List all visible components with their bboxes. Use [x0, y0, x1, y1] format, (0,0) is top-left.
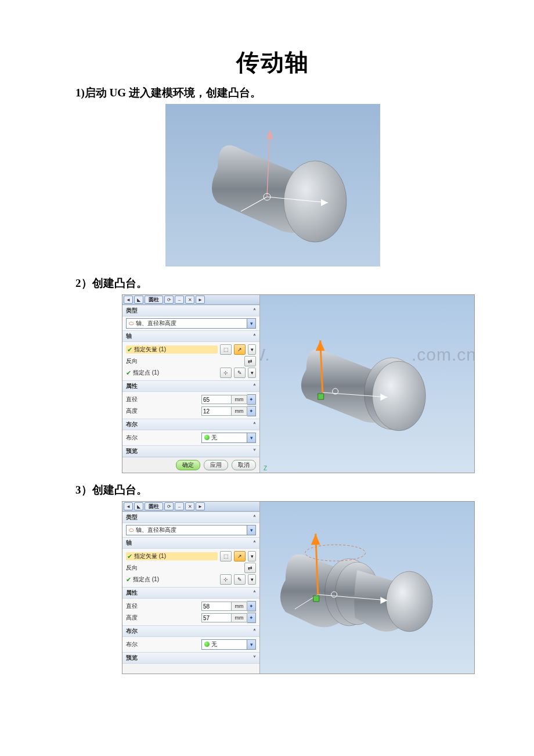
vector-infer-button[interactable]: ↗ — [234, 344, 246, 355]
figure-2: ◄ ◣ 圆柱 ⟳ – ✕ ► 类型 ˄ ⬭轴、直径和高度 ▾ 轴 ˄ — [122, 294, 475, 473]
chevron-up-icon: ˄ — [253, 422, 256, 428]
section-attr[interactable]: 属性 ˄ — [122, 380, 259, 392]
section-axis-label: 轴 — [126, 539, 132, 547]
chevron-down-icon: ˅ — [253, 448, 256, 455]
step-3-num: 3） — [75, 484, 92, 496]
section-type-label: 类型 — [126, 307, 138, 315]
cylinder-dialog: ◄ ◣ 圆柱 ⟳ – ✕ ► 类型 ˄ ⬭轴、直径和高度 ▾ 轴 ˄ — [122, 502, 260, 674]
unit-label: mm — [232, 406, 247, 416]
section-type[interactable]: 类型 ˄ — [122, 305, 259, 316]
type-combo[interactable]: ⬭轴、直径和高度 ▾ — [126, 318, 256, 329]
vector-label: 指定矢量 (1) — [134, 345, 166, 354]
cylinder-dialog: ◄ ◣ 圆柱 ⟳ – ✕ ► 类型 ˄ ⬭轴、直径和高度 ▾ 轴 ˄ — [122, 295, 260, 473]
reverse-label: 反向 — [126, 564, 242, 572]
bool-combo[interactable]: 无 ▾ — [201, 433, 256, 443]
height-input[interactable] — [201, 406, 232, 416]
point-pick-button[interactable]: ⊹ — [220, 368, 232, 378]
dialog-titlebar: ◄ ◣ 圆柱 ⟳ – ✕ ► — [122, 502, 259, 512]
dropdown-icon: ▾ — [247, 640, 255, 649]
diameter-stepper[interactable]: ✦ — [247, 394, 256, 405]
point-row: ✔指定点 (1) — [126, 369, 218, 377]
step-1-text: 启动 UG 进入建模环境，创建凸台。 — [85, 87, 261, 99]
unit-label: mm — [232, 602, 247, 611]
section-axis[interactable]: 轴 ˄ — [122, 330, 259, 342]
section-bool[interactable]: 布尔 ˄ — [122, 625, 259, 637]
svg-point-17 — [386, 571, 432, 632]
diameter-stepper[interactable]: ✦ — [247, 601, 256, 611]
svg-marker-24 — [311, 534, 320, 545]
titlebar-tool-icon[interactable]: ◣ — [134, 502, 143, 510]
height-stepper[interactable]: ✦ — [247, 406, 256, 416]
point-pick-button[interactable]: ⊹ — [220, 574, 232, 585]
unit-label: mm — [232, 395, 247, 404]
point-dropdown-button[interactable]: ▾ — [248, 574, 256, 585]
diameter-input[interactable] — [201, 395, 232, 404]
section-attr-label: 属性 — [126, 382, 138, 390]
titlebar-close-icon[interactable]: ✕ — [185, 296, 194, 304]
section-type[interactable]: 类型 ˄ — [122, 512, 259, 523]
point-label: 指定点 (1) — [133, 575, 159, 584]
point-infer-button[interactable]: ✎ — [234, 574, 246, 585]
diameter-input[interactable] — [201, 602, 232, 611]
type-combo-text: 轴、直径和高度 — [136, 319, 176, 327]
height-input[interactable] — [201, 613, 232, 622]
section-preview[interactable]: 预览 ˅ — [122, 445, 259, 457]
titlebar-min-icon[interactable]: – — [175, 502, 184, 510]
titlebar-prev-icon[interactable]: ◄ — [124, 502, 133, 510]
titlebar-next-icon[interactable]: ► — [196, 502, 205, 510]
section-preview[interactable]: 预览 ˅ — [122, 652, 259, 664]
section-preview-label: 预览 — [126, 447, 138, 455]
figure-1 — [165, 104, 380, 267]
vector-dropdown-button[interactable]: ▾ — [248, 344, 256, 355]
section-axis[interactable]: 轴 ˄ — [122, 537, 259, 549]
vector-pick-button[interactable]: ⬚ — [220, 551, 232, 561]
diameter-label: 直径 — [126, 395, 199, 404]
check-icon: ✔ — [126, 576, 131, 584]
point-dropdown-button[interactable]: ▾ — [248, 368, 256, 378]
point-row: ✔指定点 (1) — [126, 575, 218, 584]
titlebar-min-icon[interactable]: – — [175, 296, 184, 304]
section-axis-label: 轴 — [126, 332, 132, 340]
viewport-3 — [260, 502, 474, 674]
ok-button[interactable]: 确定 — [176, 460, 200, 470]
section-attr[interactable]: 属性 ˄ — [122, 587, 259, 599]
none-icon — [204, 435, 210, 441]
titlebar-prev-icon[interactable]: ◄ — [124, 296, 133, 304]
chevron-up-icon: ˄ — [253, 383, 256, 390]
step-3: 3）创建凸台。 — [75, 483, 470, 498]
dialog-title: 圆柱 — [145, 296, 163, 304]
check-icon: ✔ — [126, 369, 131, 377]
vector-row: ✔指定矢量 (1) — [126, 552, 218, 560]
section-preview-label: 预览 — [126, 654, 138, 662]
vector-infer-button[interactable]: ↗ — [234, 551, 246, 561]
chevron-up-icon: ˄ — [253, 540, 256, 546]
titlebar-pin-icon[interactable]: ⟳ — [164, 296, 174, 304]
section-bool-label: 布尔 — [126, 627, 138, 635]
cylinder-icon: ⬭ — [129, 527, 134, 534]
check-icon: ✔ — [127, 346, 132, 354]
vector-row: ✔指定矢量 (1) — [126, 345, 218, 354]
titlebar-tool-icon[interactable]: ◣ — [134, 296, 143, 304]
axis-z-label: Z — [264, 465, 267, 471]
chevron-up-icon: ˄ — [253, 308, 256, 314]
cancel-button[interactable]: 取消 — [232, 460, 256, 470]
reverse-button[interactable]: ⇄ — [244, 356, 256, 366]
section-bool[interactable]: 布尔 ˄ — [122, 419, 259, 430]
titlebar-next-icon[interactable]: ► — [196, 296, 205, 304]
step-2-num: 2） — [75, 277, 92, 289]
viewport-2: WWW. .com.cn — [260, 295, 474, 473]
apply-button[interactable]: 应用 — [204, 460, 228, 470]
bool-value: 无 — [211, 434, 217, 442]
point-infer-button[interactable]: ✎ — [234, 368, 246, 378]
height-stepper[interactable]: ✦ — [247, 613, 256, 623]
svg-marker-13 — [316, 340, 325, 351]
section-bool-label: 布尔 — [126, 420, 138, 429]
titlebar-pin-icon[interactable]: ⟳ — [164, 502, 174, 510]
unit-label: mm — [232, 613, 247, 622]
type-combo[interactable]: ⬭轴、直径和高度 ▾ — [126, 525, 256, 535]
vector-pick-button[interactable]: ⬚ — [220, 344, 232, 355]
reverse-button[interactable]: ⇄ — [244, 563, 256, 573]
titlebar-close-icon[interactable]: ✕ — [185, 502, 194, 510]
bool-combo[interactable]: 无 ▾ — [201, 639, 256, 650]
vector-dropdown-button[interactable]: ▾ — [248, 551, 256, 561]
